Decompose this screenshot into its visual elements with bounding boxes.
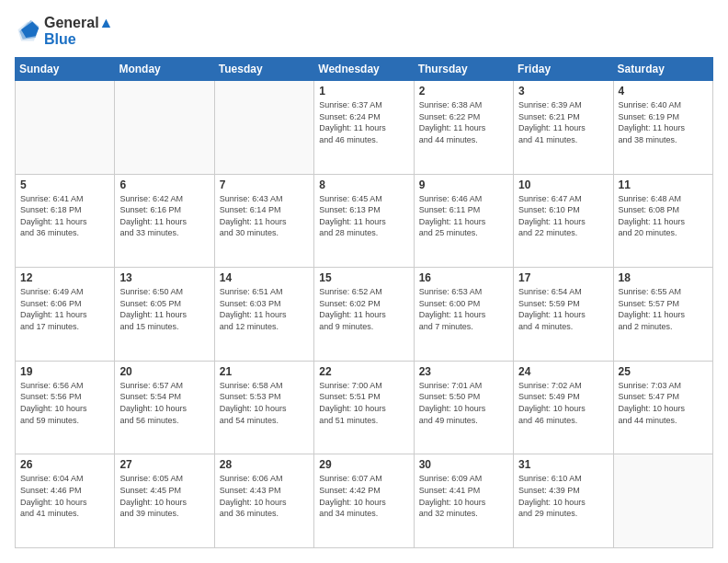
calendar-cell: 30Sunrise: 6:09 AM Sunset: 4:41 PM Dayli… — [414, 454, 513, 548]
day-info: Sunrise: 6:45 AM Sunset: 6:13 PM Dayligh… — [319, 193, 408, 239]
header: General▲ Blue — [15, 15, 713, 48]
day-number: 13 — [119, 271, 209, 284]
day-info: Sunrise: 6:52 AM Sunset: 6:02 PM Dayligh… — [319, 286, 408, 332]
day-info: Sunrise: 6:05 AM Sunset: 4:45 PM Dayligh… — [119, 473, 209, 519]
day-info: Sunrise: 6:50 AM Sunset: 6:05 PM Dayligh… — [119, 286, 209, 332]
calendar-cell: 27Sunrise: 6:05 AM Sunset: 4:45 PM Dayli… — [115, 454, 214, 548]
day-info: Sunrise: 6:48 AM Sunset: 6:08 PM Dayligh… — [619, 193, 708, 239]
day-info: Sunrise: 6:51 AM Sunset: 6:03 PM Dayligh… — [220, 286, 309, 332]
logo-text: General▲ Blue — [44, 15, 113, 48]
calendar-cell: 10Sunrise: 6:47 AM Sunset: 6:10 PM Dayli… — [514, 174, 613, 268]
calendar-cell: 14Sunrise: 6:51 AM Sunset: 6:03 PM Dayli… — [214, 268, 313, 362]
calendar-cell: 7Sunrise: 6:43 AM Sunset: 6:14 PM Daylig… — [214, 174, 313, 268]
day-info: Sunrise: 7:01 AM Sunset: 5:50 PM Dayligh… — [419, 380, 508, 426]
day-info: Sunrise: 6:46 AM Sunset: 6:11 PM Dayligh… — [419, 193, 508, 239]
calendar-cell: 19Sunrise: 6:56 AM Sunset: 5:56 PM Dayli… — [16, 361, 115, 454]
day-number: 2 — [419, 85, 508, 98]
calendar-cell: 24Sunrise: 7:02 AM Sunset: 5:49 PM Dayli… — [514, 361, 613, 454]
calendar-cell — [16, 81, 115, 175]
day-info: Sunrise: 6:41 AM Sunset: 6:18 PM Dayligh… — [20, 193, 109, 239]
day-number: 11 — [619, 178, 708, 191]
calendar-cell: 3Sunrise: 6:39 AM Sunset: 6:21 PM Daylig… — [514, 81, 613, 175]
calendar-week-4: 19Sunrise: 6:56 AM Sunset: 5:56 PM Dayli… — [16, 361, 713, 454]
day-info: Sunrise: 6:55 AM Sunset: 5:57 PM Dayligh… — [619, 286, 708, 332]
day-info: Sunrise: 7:02 AM Sunset: 5:49 PM Dayligh… — [518, 380, 608, 426]
day-info: Sunrise: 6:40 AM Sunset: 6:19 PM Dayligh… — [619, 99, 708, 145]
calendar-cell: 5Sunrise: 6:41 AM Sunset: 6:18 PM Daylig… — [16, 174, 115, 268]
weekday-header-wednesday: Wednesday — [314, 58, 414, 81]
weekday-header-monday: Monday — [115, 58, 214, 81]
day-info: Sunrise: 6:38 AM Sunset: 6:22 PM Dayligh… — [419, 99, 508, 145]
calendar-cell: 22Sunrise: 7:00 AM Sunset: 5:51 PM Dayli… — [314, 361, 414, 454]
calendar-cell: 26Sunrise: 6:04 AM Sunset: 4:46 PM Dayli… — [16, 454, 115, 548]
calendar-cell: 28Sunrise: 6:06 AM Sunset: 4:43 PM Dayli… — [214, 454, 313, 548]
weekday-header-row: SundayMondayTuesdayWednesdayThursdayFrid… — [16, 58, 713, 81]
weekday-header-friday: Friday — [514, 58, 613, 81]
day-info: Sunrise: 6:42 AM Sunset: 6:16 PM Dayligh… — [119, 193, 209, 239]
weekday-header-thursday: Thursday — [414, 58, 513, 81]
day-number: 14 — [220, 271, 309, 284]
calendar-cell: 17Sunrise: 6:54 AM Sunset: 5:59 PM Dayli… — [514, 268, 613, 362]
page: General▲ Blue SundayMondayTuesdayWednesd… — [0, 0, 728, 563]
day-number: 21 — [220, 365, 309, 378]
day-number: 9 — [419, 178, 508, 191]
day-info: Sunrise: 6:39 AM Sunset: 6:21 PM Dayligh… — [518, 99, 608, 145]
calendar-cell: 9Sunrise: 6:46 AM Sunset: 6:11 PM Daylig… — [414, 174, 513, 268]
calendar-cell: 20Sunrise: 6:57 AM Sunset: 5:54 PM Dayli… — [115, 361, 214, 454]
day-info: Sunrise: 6:37 AM Sunset: 6:24 PM Dayligh… — [319, 99, 408, 145]
day-number: 31 — [518, 458, 608, 471]
day-number: 1 — [319, 85, 408, 98]
day-number: 3 — [518, 85, 608, 98]
day-info: Sunrise: 6:09 AM Sunset: 4:41 PM Dayligh… — [419, 473, 508, 519]
calendar-cell: 21Sunrise: 6:58 AM Sunset: 5:53 PM Dayli… — [214, 361, 313, 454]
logo-icon — [15, 18, 40, 44]
day-number: 29 — [319, 458, 408, 471]
day-info: Sunrise: 6:58 AM Sunset: 5:53 PM Dayligh… — [220, 380, 309, 426]
day-info: Sunrise: 6:53 AM Sunset: 6:00 PM Dayligh… — [419, 286, 508, 332]
day-info: Sunrise: 6:49 AM Sunset: 6:06 PM Dayligh… — [20, 286, 109, 332]
day-info: Sunrise: 6:43 AM Sunset: 6:14 PM Dayligh… — [220, 193, 309, 239]
day-number: 19 — [20, 365, 109, 378]
calendar-week-3: 12Sunrise: 6:49 AM Sunset: 6:06 PM Dayli… — [16, 268, 713, 362]
calendar-cell: 4Sunrise: 6:40 AM Sunset: 6:19 PM Daylig… — [613, 81, 712, 175]
weekday-header-tuesday: Tuesday — [214, 58, 313, 81]
day-number: 22 — [319, 365, 408, 378]
day-info: Sunrise: 6:10 AM Sunset: 4:39 PM Dayligh… — [518, 473, 608, 519]
calendar-cell: 16Sunrise: 6:53 AM Sunset: 6:00 PM Dayli… — [414, 268, 513, 362]
day-number: 27 — [119, 458, 209, 471]
day-info: Sunrise: 6:07 AM Sunset: 4:42 PM Dayligh… — [319, 473, 408, 519]
day-number: 16 — [419, 271, 508, 284]
day-info: Sunrise: 6:47 AM Sunset: 6:10 PM Dayligh… — [518, 193, 608, 239]
calendar-week-5: 26Sunrise: 6:04 AM Sunset: 4:46 PM Dayli… — [16, 454, 713, 548]
day-info: Sunrise: 7:00 AM Sunset: 5:51 PM Dayligh… — [319, 380, 408, 426]
calendar-cell: 13Sunrise: 6:50 AM Sunset: 6:05 PM Dayli… — [115, 268, 214, 362]
logo: General▲ Blue — [15, 15, 113, 48]
day-info: Sunrise: 6:04 AM Sunset: 4:46 PM Dayligh… — [20, 473, 109, 519]
calendar-cell: 23Sunrise: 7:01 AM Sunset: 5:50 PM Dayli… — [414, 361, 513, 454]
calendar-week-1: 1Sunrise: 6:37 AM Sunset: 6:24 PM Daylig… — [16, 81, 713, 175]
day-number: 26 — [20, 458, 109, 471]
weekday-header-sunday: Sunday — [16, 58, 115, 81]
calendar-cell: 29Sunrise: 6:07 AM Sunset: 4:42 PM Dayli… — [314, 454, 414, 548]
day-info: Sunrise: 6:57 AM Sunset: 5:54 PM Dayligh… — [119, 380, 209, 426]
day-number: 6 — [119, 178, 209, 191]
day-number: 25 — [619, 365, 708, 378]
day-number: 24 — [518, 365, 608, 378]
day-number: 30 — [419, 458, 508, 471]
calendar-cell: 31Sunrise: 6:10 AM Sunset: 4:39 PM Dayli… — [514, 454, 613, 548]
day-info: Sunrise: 6:56 AM Sunset: 5:56 PM Dayligh… — [20, 380, 109, 426]
calendar-cell: 11Sunrise: 6:48 AM Sunset: 6:08 PM Dayli… — [613, 174, 712, 268]
day-number: 28 — [220, 458, 309, 471]
day-number: 18 — [619, 271, 708, 284]
calendar-cell: 2Sunrise: 6:38 AM Sunset: 6:22 PM Daylig… — [414, 81, 513, 175]
calendar-cell: 6Sunrise: 6:42 AM Sunset: 6:16 PM Daylig… — [115, 174, 214, 268]
day-number: 8 — [319, 178, 408, 191]
day-number: 10 — [518, 178, 608, 191]
calendar-table: SundayMondayTuesdayWednesdayThursdayFrid… — [15, 57, 713, 548]
calendar-cell: 15Sunrise: 6:52 AM Sunset: 6:02 PM Dayli… — [314, 268, 414, 362]
calendar-cell: 1Sunrise: 6:37 AM Sunset: 6:24 PM Daylig… — [314, 81, 414, 175]
day-number: 12 — [20, 271, 109, 284]
day-info: Sunrise: 6:06 AM Sunset: 4:43 PM Dayligh… — [220, 473, 309, 519]
day-number: 5 — [20, 178, 109, 191]
day-number: 20 — [119, 365, 209, 378]
